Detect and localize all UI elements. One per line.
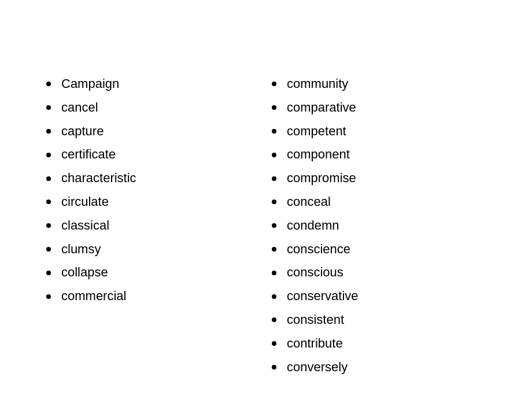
- bullet-icon: [272, 153, 276, 157]
- list-item: component: [272, 146, 497, 164]
- list-item-label: consistent: [287, 311, 344, 329]
- list-item-label: conservative: [287, 287, 359, 305]
- column-right: communitycomparativecompetentcomponentco…: [272, 75, 497, 382]
- bullet-icon: [46, 153, 51, 157]
- list-item-label: certificate: [61, 146, 116, 164]
- bullet-icon: [272, 247, 276, 252]
- bullet-icon: [272, 341, 276, 346]
- list-item: classical: [46, 217, 272, 235]
- bullet-icon: [272, 176, 276, 181]
- list-item: clumsy: [46, 241, 272, 258]
- list-item-label: competent: [287, 123, 346, 141]
- list-item: consistent: [272, 311, 497, 329]
- list-item-label: clumsy: [61, 241, 101, 258]
- list-item: condemn: [272, 217, 497, 235]
- list-item-label: component: [287, 146, 350, 164]
- list-item: comparative: [272, 99, 497, 117]
- list-item: community: [272, 75, 497, 93]
- bullet-icon: [46, 176, 51, 181]
- list-item-label: conscience: [287, 241, 350, 258]
- bullet-icon: [272, 105, 276, 110]
- column-left: Campaigncancelcapturecertificatecharacte…: [46, 75, 272, 382]
- list-item-label: classical: [61, 217, 109, 235]
- bullet-icon: [46, 271, 51, 275]
- bullet-icon: [46, 105, 51, 110]
- list-item: conservative: [272, 287, 497, 305]
- list-item: compromise: [272, 169, 497, 187]
- list-item-label: contribute: [287, 335, 343, 353]
- list-item-label: comparative: [287, 99, 356, 117]
- list-item-label: capture: [61, 123, 104, 141]
- bullet-icon: [272, 365, 276, 370]
- list-item-label: conversely: [287, 359, 348, 376]
- bullet-icon: [272, 82, 276, 86]
- list-item: collapse: [46, 264, 272, 282]
- bullet-icon: [46, 82, 51, 86]
- list-item-label: condemn: [287, 217, 339, 235]
- list-item-label: circulate: [61, 193, 109, 211]
- bullet-icon: [272, 294, 276, 299]
- list-left: Campaigncancelcapturecertificatecharacte…: [46, 75, 272, 311]
- bullet-icon: [272, 317, 276, 322]
- bullet-icon: [272, 223, 276, 228]
- list-item: capture: [46, 123, 272, 141]
- bullet-icon: [46, 129, 51, 134]
- list-item-label: Campaign: [61, 75, 119, 93]
- list-item-label: conscious: [287, 264, 343, 282]
- list-item-label: collapse: [61, 264, 108, 282]
- list-item: characteristic: [46, 169, 272, 187]
- list-item-label: conceal: [287, 193, 331, 211]
- list-item: competent: [272, 123, 497, 141]
- bullet-icon: [272, 200, 276, 204]
- list-item: circulate: [46, 193, 272, 211]
- list-item: conscious: [272, 264, 497, 282]
- list-item-label: characteristic: [61, 169, 136, 187]
- list-item: certificate: [46, 146, 272, 164]
- list-item-label: compromise: [287, 169, 356, 187]
- bullet-icon: [46, 223, 51, 228]
- bullet-icon: [46, 247, 51, 252]
- bullet-icon: [46, 294, 51, 299]
- content-area: Campaigncancelcapturecertificatecharacte…: [0, 0, 532, 399]
- list-right: communitycomparativecompetentcomponentco…: [272, 75, 497, 382]
- list-item: conceal: [272, 193, 497, 211]
- list-item: Campaign: [46, 75, 272, 93]
- list-item: conscience: [272, 241, 497, 258]
- list-item: contribute: [272, 335, 497, 353]
- list-item: conversely: [272, 359, 497, 376]
- list-item: commercial: [46, 287, 272, 305]
- bullet-icon: [272, 129, 276, 134]
- list-item: cancel: [46, 99, 272, 117]
- list-item-label: cancel: [61, 99, 98, 117]
- list-item-label: community: [287, 75, 348, 93]
- list-item-label: commercial: [61, 287, 126, 305]
- bullet-icon: [46, 200, 51, 204]
- bullet-icon: [272, 271, 276, 275]
